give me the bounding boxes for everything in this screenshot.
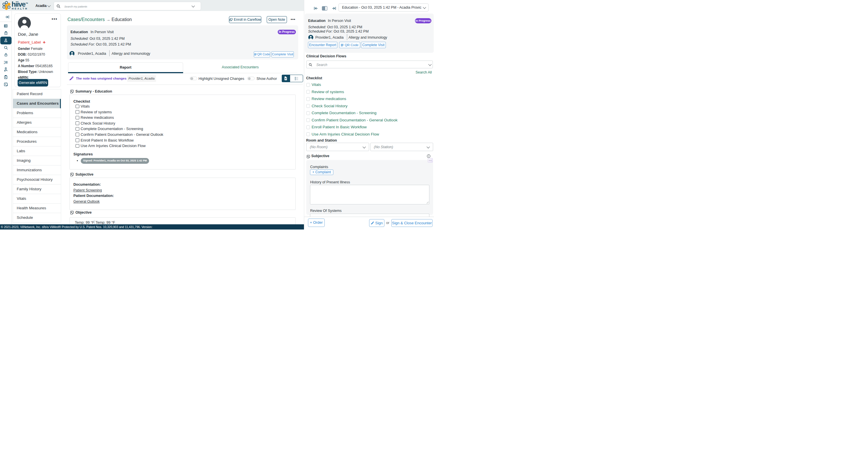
svg-text:x: x — [6, 77, 7, 79]
svg-text:1: 1 — [4, 61, 5, 62]
svg-text:2: 2 — [4, 63, 5, 64]
